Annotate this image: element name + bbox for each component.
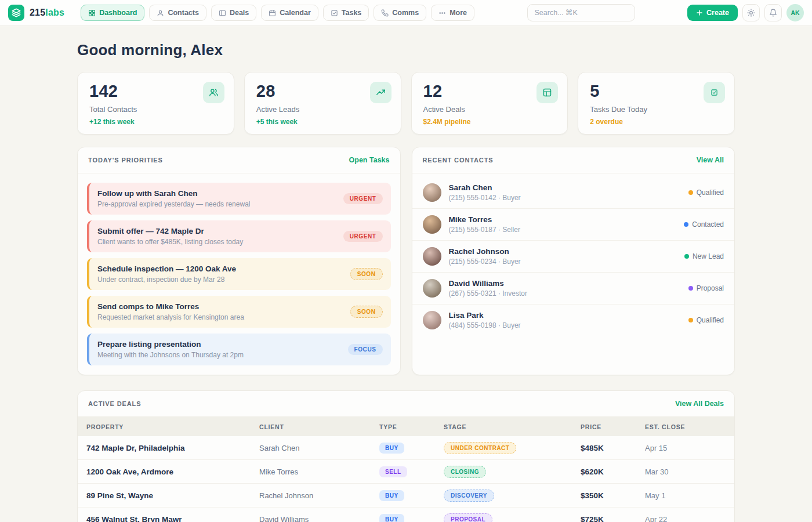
create-button[interactable]: Create xyxy=(687,5,738,21)
contact-row[interactable]: Sarah Chen(215) 555-0142 · BuyerQualifie… xyxy=(412,177,735,209)
deal-client: Sarah Chen xyxy=(259,444,379,452)
task-text: Prepare listing presentationMeeting with… xyxy=(97,340,244,359)
deals-title: ACTIVE DEALS xyxy=(88,400,141,407)
deal-price: $350K xyxy=(581,491,645,500)
deals-table-header: PROPERTYCLIENTTYPESTAGEPRICEEST. CLOSE xyxy=(78,417,734,436)
stat-label: Total Contacts xyxy=(89,105,222,114)
task-title: Prepare listing presentation xyxy=(97,340,244,349)
nav-item-label: More xyxy=(449,9,467,17)
active-deals-panel: ACTIVE DEALS View All Deals PROPERTYCLIE… xyxy=(77,390,735,522)
status-dot xyxy=(688,190,693,195)
contact-name: Mike Torres xyxy=(449,215,520,224)
task-text: Submit offer — 742 Maple DrClient wants … xyxy=(97,227,243,246)
stat-delta: +5 this week xyxy=(256,118,389,126)
grid-icon xyxy=(88,9,96,17)
contacts-title: RECENT CONTACTS xyxy=(423,157,494,164)
status-label: Contacted xyxy=(692,220,724,229)
column-header: PRICE xyxy=(581,423,645,430)
nav-item-comms[interactable]: Comms xyxy=(374,5,426,21)
task-item[interactable]: Schedule inspection — 1200 Oak AveUnder … xyxy=(87,258,391,290)
theme-toggle-button[interactable] xyxy=(742,4,760,21)
task-priority-badge: URGENT xyxy=(343,231,383,242)
contact-row[interactable]: David Williams(267) 555-0321 · InvestorP… xyxy=(412,273,735,304)
task-item[interactable]: Follow up with Sarah ChenPre-approval ex… xyxy=(87,183,391,215)
stat-card[interactable]: 12Active Deals$2.4M pipeline xyxy=(411,72,568,135)
status-label: Proposal xyxy=(697,284,724,292)
nav-item-deals[interactable]: Deals xyxy=(211,5,256,21)
contact-avatar xyxy=(423,183,441,202)
deal-row[interactable]: 89 Pine St, WayneRachel JohnsonBUYDISCOV… xyxy=(78,484,734,507)
column-header: EST. CLOSE xyxy=(645,423,734,430)
calendar-icon xyxy=(269,9,276,17)
column-header: STAGE xyxy=(444,423,581,430)
view-all-contacts-link[interactable]: View All xyxy=(697,156,724,164)
task-priority-badge: URGENT xyxy=(343,193,383,204)
deal-row[interactable]: 742 Maple Dr, PhiladelphiaSarah ChenBUYU… xyxy=(78,436,734,460)
nav-item-contacts[interactable]: Contacts xyxy=(149,5,206,21)
user-avatar[interactable]: AK xyxy=(786,4,804,21)
status-label: Qualified xyxy=(697,316,724,324)
plus-icon xyxy=(696,9,703,16)
contact-meta: (215) 555-0187 · Seller xyxy=(449,226,520,234)
notifications-button[interactable] xyxy=(764,4,782,21)
task-priority-badge: SOON xyxy=(350,268,383,280)
task-item[interactable]: Send comps to Mike TorresRequested marke… xyxy=(87,296,391,328)
column-header: CLIENT xyxy=(259,423,379,430)
priorities-title: TODAY'S PRIORITIES xyxy=(88,157,163,164)
nav-item-label: Tasks xyxy=(342,9,362,17)
stat-value: 142 xyxy=(89,82,222,101)
contact-meta: (215) 555-0234 · Buyer xyxy=(449,258,521,266)
open-tasks-link[interactable]: Open Tasks xyxy=(349,156,390,164)
check-square-icon xyxy=(331,9,338,17)
deal-row[interactable]: 456 Walnut St, Bryn MawrDavid WilliamsBU… xyxy=(78,507,734,522)
task-item[interactable]: Submit offer — 742 Maple DrClient wants … xyxy=(87,220,391,252)
recent-contacts-panel: RECENT CONTACTS View All Sarah Chen(215)… xyxy=(412,147,735,375)
deals-header: ACTIVE DEALS View All Deals xyxy=(78,391,734,417)
stat-card[interactable]: 5Tasks Due Today2 overdue xyxy=(578,72,735,135)
deal-type-pill: BUY xyxy=(379,514,404,522)
contact-name: Rachel Johnson xyxy=(449,247,521,256)
ellipsis-icon xyxy=(438,9,446,17)
contacts-header: RECENT CONTACTS View All xyxy=(412,147,735,173)
deal-stage: CLOSING xyxy=(444,466,581,478)
contact-meta: (484) 555-0198 · Buyer xyxy=(449,321,521,329)
task-text: Schedule inspection — 1200 Oak AveUnder … xyxy=(97,264,236,284)
task-subtitle: Client wants to offer $485K, listing clo… xyxy=(97,238,243,246)
nav-item-dashboard[interactable]: Dashboard xyxy=(81,5,144,21)
stat-card[interactable]: 142Total Contacts+12 this week xyxy=(77,72,234,135)
task-item[interactable]: Prepare listing presentationMeeting with… xyxy=(87,334,391,365)
mid-panels: TODAY'S PRIORITIES Open Tasks Follow up … xyxy=(77,147,735,375)
task-title: Schedule inspection — 1200 Oak Ave xyxy=(97,264,236,273)
sun-icon xyxy=(747,9,755,17)
deal-close-date: Apr 22 xyxy=(645,515,734,522)
check-square-icon xyxy=(704,82,725,103)
deal-stage-pill: CLOSING xyxy=(444,466,486,478)
stats-row: 142Total Contacts+12 this week28Active L… xyxy=(77,72,735,135)
priorities-panel: TODAY'S PRIORITIES Open Tasks Follow up … xyxy=(77,147,401,375)
deal-type: BUY xyxy=(379,513,444,522)
deal-row[interactable]: 1200 Oak Ave, ArdmoreMike TorresSELLCLOS… xyxy=(78,460,734,484)
priorities-header: TODAY'S PRIORITIES Open Tasks xyxy=(78,147,400,173)
contact-avatar xyxy=(423,311,441,329)
nav-item-tasks[interactable]: Tasks xyxy=(323,5,369,21)
contact-name: Sarah Chen xyxy=(449,183,521,192)
search-input[interactable] xyxy=(527,4,635,21)
contact-row[interactable]: Rachel Johnson(215) 555-0234 · BuyerNew … xyxy=(412,241,735,273)
task-subtitle: Pre-approval expired yesterday — needs r… xyxy=(97,200,250,208)
logo[interactable]: 215labs xyxy=(8,5,64,21)
view-all-deals-link[interactable]: View All Deals xyxy=(675,400,724,408)
contact-status: New Lead xyxy=(684,252,724,260)
deal-type: BUY xyxy=(379,490,444,501)
layout-icon xyxy=(536,82,558,103)
topbar-actions: Create AK xyxy=(687,4,804,21)
nav-item-more[interactable]: More xyxy=(431,5,474,21)
contact-row[interactable]: Mike Torres(215) 555-0187 · SellerContac… xyxy=(412,209,735,241)
user-icon xyxy=(157,9,164,17)
status-label: Qualified xyxy=(697,188,724,197)
main-content: Good morning, Alex 142Total Contacts+12 … xyxy=(77,41,735,522)
panel-icon xyxy=(219,9,226,17)
stat-card[interactable]: 28Active Leads+5 this week xyxy=(244,72,401,135)
nav-item-calendar[interactable]: Calendar xyxy=(261,5,318,21)
contact-row[interactable]: Lisa Park(484) 555-0198 · BuyerQualified xyxy=(412,304,735,336)
contact-info: Rachel Johnson(215) 555-0234 · Buyer xyxy=(449,247,521,266)
